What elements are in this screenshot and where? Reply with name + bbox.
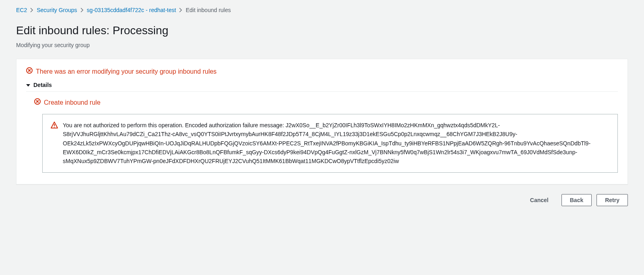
svg-point-3 (54, 126, 55, 127)
breadcrumb-link-sg[interactable]: sg-03135cddadf4f722c - redhat-test (87, 6, 176, 14)
caret-down-icon (26, 84, 30, 87)
breadcrumb-link-ec2[interactable]: EC2 (16, 6, 27, 14)
breadcrumb-current: Edit inbound rules (186, 6, 231, 14)
sub-alert-title: Create inbound rule (44, 98, 101, 107)
details-label: Details (33, 81, 52, 89)
alert-header: There was an error modifying your securi… (26, 67, 618, 76)
error-message: You are not authorized to perform this o… (63, 121, 609, 166)
chevron-right-icon (179, 7, 182, 14)
sub-alert: Create inbound rule (34, 98, 618, 107)
error-circle-x-icon (26, 67, 33, 76)
alert-title: There was an error modifying your securi… (36, 67, 217, 76)
breadcrumb-link-security-groups[interactable]: Security Groups (37, 6, 77, 14)
warning-triangle-icon (51, 121, 58, 131)
chevron-right-icon (80, 7, 84, 14)
retry-button[interactable]: Retry (597, 194, 628, 206)
error-detail-box: You are not authorized to perform this o… (42, 114, 618, 173)
error-panel: There was an error modifying your securi… (16, 59, 628, 184)
cancel-button[interactable]: Cancel (522, 194, 557, 206)
footer-actions: Cancel Back Retry (16, 194, 628, 206)
back-button[interactable]: Back (561, 194, 592, 206)
details-toggle[interactable]: Details (26, 81, 618, 92)
page-subtitle: Modifying your security group (16, 41, 628, 50)
breadcrumb: EC2 Security Groups sg-03135cddadf4f722c… (16, 6, 628, 14)
chevron-right-icon (30, 7, 33, 14)
divider (26, 91, 618, 92)
error-circle-x-icon (34, 98, 41, 107)
page-title: Edit inbound rules: Processing (16, 23, 628, 38)
